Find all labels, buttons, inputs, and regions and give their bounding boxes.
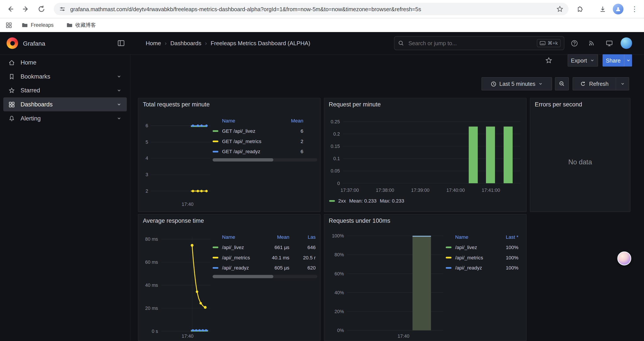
bookmark-folder[interactable]: Freeleaps <box>18 20 57 31</box>
chevron-down-icon[interactable] <box>116 102 122 107</box>
dashboard-content: Export Share Last 5 minutes <box>130 54 644 341</box>
search-shortcut: ⌘+k <box>537 39 561 47</box>
monitor-icon[interactable] <box>604 38 614 48</box>
col-name[interactable]: Name <box>455 234 494 240</box>
legend-scrollbar[interactable] <box>212 275 317 278</box>
col-name[interactable]: Name <box>222 234 265 240</box>
legend-row[interactable]: /api/_livez 100% <box>446 242 522 252</box>
legend-row[interactable]: GET /api/_livez 6 <box>212 126 317 136</box>
panel-avg-response-time: Average response time 80 ms 60 ms 40 ms … <box>138 214 320 341</box>
legend-row[interactable]: /api/_metrics 40.1 ms 20.5 r <box>212 252 317 263</box>
menu-kebab-icon[interactable]: ⋮ <box>628 3 641 16</box>
legend-table: Name Last * /api/_livez 100% /api/_metri… <box>446 232 522 273</box>
legend-header: Name Last * <box>446 232 522 242</box>
share-menu-chevron[interactable] <box>624 54 632 67</box>
bookmark-label: 收藏博客 <box>76 22 96 29</box>
series-swatch <box>212 130 218 132</box>
address-bar[interactable]: grafana.mathmast.com/d/deytv4rwavabkb/fr… <box>54 3 568 15</box>
reload-icon[interactable] <box>35 3 48 16</box>
legend-row[interactable]: 2xx Mean: 0.233 Max: 0.233 <box>329 198 404 204</box>
refresh-interval-chevron[interactable] <box>616 77 629 90</box>
panel-title[interactable]: Errors per second <box>535 101 582 108</box>
search-box[interactable]: ⌘+k <box>394 36 564 50</box>
col-mean[interactable]: Mean <box>265 234 289 240</box>
zoom-out-button[interactable] <box>555 77 569 90</box>
col-mean[interactable]: Mean <box>283 118 303 124</box>
series-swatch <box>212 151 218 152</box>
grafana-header: Grafana Home › Dashboards › Freeleaps Me… <box>0 32 644 55</box>
legend-header: Name Mean <box>212 116 317 126</box>
search-input[interactable] <box>408 40 537 47</box>
extensions-icon[interactable] <box>573 3 586 16</box>
legend-row[interactable]: /api/_readyz 100% <box>446 263 522 273</box>
chevron-down-icon <box>590 58 595 63</box>
legend-table: Name Mean GET /api/_livez 6 GET /api/_me… <box>212 116 317 156</box>
sidebar-item-starred[interactable]: Starred <box>3 83 127 97</box>
col-name[interactable]: Name <box>222 118 283 124</box>
legend-row[interactable]: GET /api/_metrics 2 <box>212 136 317 146</box>
back-icon[interactable] <box>4 3 17 16</box>
breadcrumb-home[interactable]: Home <box>146 40 161 47</box>
refresh-button[interactable]: Refresh <box>572 77 616 90</box>
series-swatch <box>446 256 452 258</box>
profile-avatar[interactable] <box>612 3 625 16</box>
series-readyz <box>191 329 208 331</box>
site-controls-icon[interactable] <box>59 5 66 13</box>
grafana-logo[interactable] <box>6 37 18 49</box>
col-last[interactable]: Las <box>292 234 317 240</box>
sidebar-item-dashboards[interactable]: Dashboards <box>3 97 127 112</box>
user-avatar[interactable] <box>620 37 632 49</box>
breadcrumb-dashboards[interactable]: Dashboards <box>170 40 201 47</box>
star-icon <box>8 87 15 94</box>
bookmarks-bar: Freeleaps 收藏博客 <box>0 18 644 33</box>
legend-row[interactable]: /api/_readyz 605 µs 620 <box>212 263 317 273</box>
help-icon[interactable] <box>569 38 579 48</box>
chevron-down-icon[interactable] <box>116 74 122 79</box>
floating-avatar[interactable] <box>617 251 631 265</box>
url-text[interactable]: grafana.mathmast.com/d/deytv4rwavabkb/fr… <box>70 6 553 12</box>
bookmark-star-icon[interactable] <box>556 5 564 13</box>
series-metrics <box>191 244 207 309</box>
no-data-message: No data <box>530 158 630 166</box>
export-button[interactable]: Export <box>568 54 598 67</box>
chevron-down-icon <box>626 58 631 63</box>
legend-row[interactable]: /api/_livez 661 µs 646 <box>212 242 317 252</box>
bars-2xx <box>469 127 512 183</box>
forward-icon[interactable] <box>19 3 32 16</box>
breadcrumb: Home › Dashboards › Freeleaps Metrics Da… <box>146 32 310 54</box>
legend-row[interactable]: /api/_metrics 100% <box>446 252 522 263</box>
legend-row[interactable]: GET /api/_readyz 6 <box>212 146 317 157</box>
sidebar-item-home[interactable]: Home <box>3 56 127 70</box>
sidebar-item-alerting[interactable]: Alerting <box>3 111 127 125</box>
chevron-down-icon[interactable] <box>116 88 122 93</box>
favorite-star-icon[interactable] <box>542 54 555 67</box>
keyboard-icon <box>540 41 545 45</box>
series-swatch <box>212 140 218 142</box>
legend-scrollbar[interactable] <box>212 158 317 162</box>
downloads-icon[interactable] <box>596 3 609 16</box>
series-swatch <box>212 256 218 258</box>
clock-icon <box>490 81 496 87</box>
sidebar-item-bookmarks[interactable]: Bookmarks <box>3 69 127 83</box>
bookmark-icon <box>8 73 15 80</box>
share-button[interactable]: Share <box>602 54 624 67</box>
panel-total-requests: Total requests per minute 6 5 4 3 2 17:4… <box>138 98 320 212</box>
breadcrumb-separator: › <box>165 40 167 47</box>
news-rss-icon[interactable] <box>586 38 596 48</box>
series-swatch <box>446 246 452 248</box>
panel-requests-under-100ms: Requests under 100ms 100% 80% 60% 40% 20… <box>324 214 526 341</box>
col-last[interactable]: Last * <box>494 234 522 240</box>
series-swatch <box>212 267 218 268</box>
zoom-out-icon <box>558 81 565 87</box>
chevron-down-icon[interactable] <box>116 115 122 121</box>
sidebar-toggle-icon[interactable] <box>116 38 126 48</box>
grafana-app: Grafana Home › Dashboards › Freeleaps Me… <box>0 32 644 341</box>
apps-grid-icon[interactable] <box>5 22 12 29</box>
time-range-picker[interactable]: Last 5 minutes <box>481 77 552 90</box>
bookmark-folder[interactable]: 收藏博客 <box>63 20 99 31</box>
request-per-minute-chart[interactable] <box>324 98 526 212</box>
chevron-down-icon <box>620 81 625 86</box>
panel-errors-per-second: Errors per second No data <box>530 98 630 212</box>
dashboards-grid-icon <box>8 101 15 108</box>
chevron-down-icon <box>538 81 543 86</box>
